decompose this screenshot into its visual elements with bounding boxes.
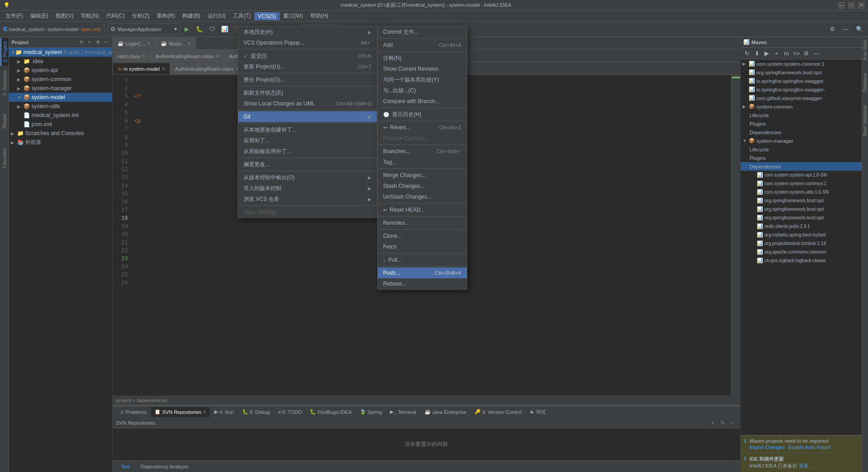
tab-findbugs[interactable]: 🐛 FindBugs-IDEA <box>306 407 355 417</box>
vcs-refresh[interactable]: 刷新文件状态(E) <box>238 87 377 98</box>
vcs-operations-popup[interactable]: VCS Operations Popup... Alt+` <box>238 37 377 48</box>
menu-file[interactable]: 文件(F) <box>2 11 27 21</box>
enable-auto-import-link[interactable]: Enable Auto-Import <box>788 445 831 450</box>
maven-dep-spring2[interactable]: 📊 org.springframework.boot:spri <box>741 205 862 213</box>
tree-idea[interactable]: ▶ 📁 .idea <box>9 57 112 66</box>
tab-authenticating[interactable]: AuthenticatingRealm.class ✕ <box>150 50 224 62</box>
git-remotes[interactable]: Remotes... <box>378 218 467 228</box>
vcs-commit[interactable]: ✓ 提交(I) Ctrl+K <box>238 50 377 61</box>
tree-pom[interactable]: ▶ 📄 pom.xml <box>9 120 112 129</box>
tree-iml[interactable]: ▶ 📄 medical_system.iml <box>9 111 112 120</box>
git-compare-same-repo[interactable]: 与同一个版本库比较(Y) <box>378 74 467 85</box>
menu-edit[interactable]: 编辑(E) <box>27 11 52 21</box>
git-show-current-revision[interactable]: Show Current Revision <box>378 64 467 74</box>
search-everywhere[interactable]: 🔍 <box>854 23 865 35</box>
menu-window[interactable]: 窗口(W) <box>280 11 306 21</box>
maven-m-btn[interactable]: m <box>782 49 791 58</box>
maven-xiaoymin[interactable]: 📊 com.github.xiaoymin:swagger- <box>741 94 862 102</box>
window-controls[interactable]: — □ ✕ <box>838 2 864 9</box>
vcs-browse[interactable]: 浏览 VCS 仓库 <box>238 194 377 204</box>
git-revert[interactable]: ↩ Revert... Ctrl+Alt+Z <box>378 122 467 133</box>
tab-system-model[interactable]: m m system-model ✕ <box>113 63 170 74</box>
git-commit-file[interactable]: Commit 文件... <box>378 27 467 37</box>
git-add[interactable]: Add Ctrl+Alt+A <box>378 40 467 50</box>
maven-collapse-btn[interactable]: — <box>812 49 821 58</box>
maven-dep-common[interactable]: 📊 com.system:system-common:1 <box>741 179 862 188</box>
tree-utils[interactable]: ▶ 📦 system-utils <box>9 102 112 111</box>
minimize-btn[interactable]: — <box>838 2 845 9</box>
tab-project[interactable]: 1: Project <box>0 38 9 66</box>
vcs-apply-clipboard-patch[interactable]: 从剪贴板应用补丁... <box>238 146 377 157</box>
close-btn[interactable]: ✕ <box>858 2 864 9</box>
maven-manager-plugins[interactable]: Plugins <box>741 154 862 162</box>
tab-modu[interactable]: ☕ Modu... ✕ <box>156 37 196 49</box>
tab-jrebel[interactable]: JRebel <box>1 110 8 133</box>
menu-analyze[interactable]: 分析(Z) <box>128 11 153 21</box>
maven-skip-btn[interactable]: >> <box>792 49 801 58</box>
maximize-btn[interactable]: □ <box>848 2 854 9</box>
menu-build[interactable]: 构建(B) <box>179 11 204 21</box>
menu-tools[interactable]: 工具(T) <box>229 11 254 21</box>
git-reset-head[interactable]: ↩ Reset HEAD... <box>378 204 467 215</box>
git-push[interactable]: Push... Ctrl+Shift+K <box>378 268 467 278</box>
maven-dep-logback[interactable]: 📊 ch.qos.logback:logback-classic <box>741 256 862 265</box>
debug-button[interactable]: 🐛 <box>194 23 205 35</box>
maven-system-common-section[interactable]: ▶ 📦 system-common <box>741 102 862 111</box>
ide-update-link[interactable]: 更新 <box>799 463 809 468</box>
maven-dep-mybatis[interactable]: 📊 org.mybatis.spring.boot:mybati <box>741 231 862 239</box>
maven-dep-spring1[interactable]: 📊 org.springframework.boot:spri <box>741 196 862 205</box>
coverage-button[interactable]: 🛡 <box>206 23 218 35</box>
settings-button[interactable]: ⚙ <box>827 23 838 35</box>
vcs-local-history[interactable]: 本地历史(H) <box>238 27 377 37</box>
import-changes-link[interactable]: Import Changes <box>750 445 785 450</box>
tree-external[interactable]: ▶ 📚 外部库 <box>9 138 112 147</box>
tree-api[interactable]: ▶ 📦 system-api <box>9 66 112 75</box>
maven-dep-redis[interactable]: 📊 redis.clients:jedis:2.9.1 <box>741 222 862 231</box>
maven-spring-1[interactable]: 📊 org.springframework.boot:spri <box>741 68 862 77</box>
vcs-checkout[interactable]: 从版本控制中检出(O) <box>238 172 377 183</box>
text-tab[interactable]: Text <box>116 462 134 472</box>
git-tag[interactable]: Tag... <box>378 157 467 168</box>
panel-settings-btn[interactable]: ⚙ <box>94 39 101 46</box>
git-clone[interactable]: Clone... <box>378 231 467 241</box>
sync-btn[interactable]: ⟳ <box>78 39 85 46</box>
maven-settings-btn[interactable]: ⚙ <box>802 49 811 58</box>
tree-scratches[interactable]: ▶ 📁 Scratches and Consoles <box>9 129 112 138</box>
maven-springfox1[interactable]: 📊 io.springfox:springfox-swagger <box>741 77 862 85</box>
git-compare[interactable]: 与...比较...(C) <box>378 85 467 96</box>
auth-close[interactable]: ✕ <box>216 54 219 59</box>
tree-root[interactable]: ▼ 📁 medical_system D:\桌面\工作\medical_syst… <box>9 48 112 57</box>
menu-help[interactable]: 帮助(H) <box>307 11 332 21</box>
menu-vcs[interactable]: VCS(S) <box>254 12 280 20</box>
tab-loginc[interactable]: ☕ LoginC... ✕ <box>113 37 156 49</box>
profile-button[interactable]: 📊 <box>219 23 231 35</box>
tab-debug[interactable]: 🐛 5: Debug <box>239 407 274 417</box>
maven-dep-api[interactable]: 📊 com.system:system-api:1.0-SN <box>741 171 862 179</box>
maven-dep-spring3[interactable]: 📊 org.springframework.boot:spri <box>741 213 862 222</box>
vcs-integrate[interactable]: 整合 Project(G)... <box>238 74 377 85</box>
svn-close[interactable]: ✕ <box>203 409 206 414</box>
tab-run[interactable]: ▶ 4: Run <box>211 407 237 417</box>
maven-common-lifecycle[interactable]: Lifecycle <box>741 111 862 119</box>
git-merge[interactable]: Merge Changes... <box>378 170 467 181</box>
model-close[interactable]: ✕ <box>162 66 165 71</box>
git-unstash[interactable]: UnStash Changes... <box>378 191 467 202</box>
tree-common[interactable]: ▶ 📦 system-common <box>9 75 112 84</box>
database-tab[interactable]: Database <box>862 71 868 94</box>
tab-auth2[interactable]: AuthenticatingRealm.class ✕ <box>170 63 244 74</box>
rator-close[interactable]: ✕ <box>142 54 145 59</box>
tab-version-control[interactable]: 🔑 9: Version Control <box>471 407 525 417</box>
maven-dep-commons[interactable]: 📊 org.apache.commons:common <box>741 248 862 256</box>
git-pull[interactable]: ↓ Pull... <box>378 254 467 265</box>
tab-query[interactable]: ☯ 询试 <box>526 407 549 417</box>
maven-system-manager-section[interactable]: ▼ 📦 system-manager <box>741 136 862 145</box>
collapse-button[interactable]: — <box>840 23 852 35</box>
svn-delete-btn[interactable]: − <box>728 419 737 427</box>
git-compare-branch[interactable]: Compare with Branch... <box>378 96 467 107</box>
maven-common-plugins[interactable]: Plugins <box>741 119 862 128</box>
run-config-dropdown[interactable]: ⚙ ManagerApplication ▼ <box>108 23 180 35</box>
tab-spring[interactable]: 🍃 Spring <box>356 407 385 417</box>
tab-svn-repos[interactable]: 📋 SVN Repositories ✕ <box>151 407 210 417</box>
menu-view[interactable]: 视图(V) <box>52 11 77 21</box>
git-annotate[interactable]: 注释(N) <box>378 53 467 64</box>
